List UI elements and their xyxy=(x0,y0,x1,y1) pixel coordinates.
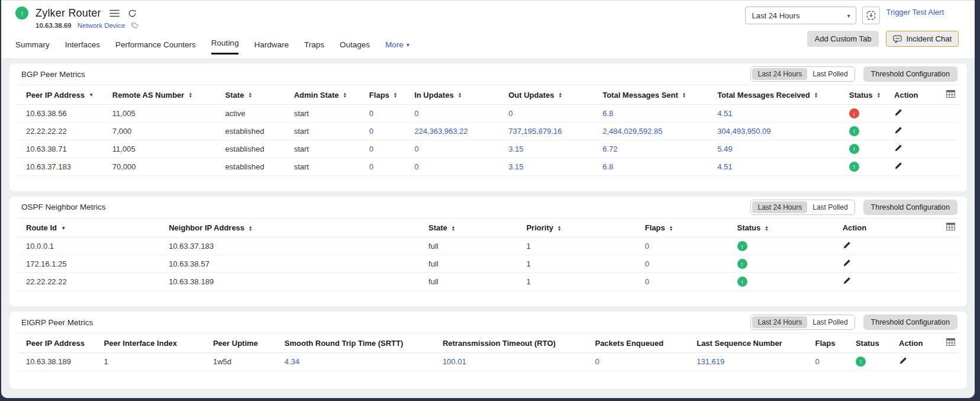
sort-icon[interactable]: ▲▼ xyxy=(188,92,192,98)
snapshot-window-icon-button[interactable] xyxy=(862,7,880,24)
sort-icon[interactable]: ▲▼ xyxy=(558,92,562,98)
sort-icon[interactable]: ▲▼ xyxy=(343,92,347,98)
metric-value-link[interactable]: 0 xyxy=(414,109,418,118)
column-header-peer-ip-address[interactable]: Peer IP Address▼ xyxy=(18,85,110,104)
edit-icon[interactable] xyxy=(894,144,902,152)
metric-value-link[interactable]: 0 xyxy=(595,357,599,366)
metric-value-link[interactable]: 0 xyxy=(369,109,373,118)
column-header-status[interactable]: Status▲▼ xyxy=(847,85,892,104)
metric-value-link[interactable]: 6.8 xyxy=(602,109,613,118)
incident-chat-button[interactable]: Incident Chat xyxy=(886,31,959,47)
sort-icon[interactable]: ▲▼ xyxy=(557,225,561,231)
threshold-configuration-button[interactable]: Threshold Configuration xyxy=(863,200,958,215)
metric-value-link[interactable]: 0 xyxy=(414,162,418,171)
tab-outages[interactable]: Outages xyxy=(340,40,370,54)
sort-icon[interactable]: ▲▼ xyxy=(682,92,686,98)
metric-value-link[interactable]: 4.34 xyxy=(285,357,299,366)
column-header-remote-as-number[interactable]: Remote AS Number▲▼ xyxy=(110,85,223,104)
sort-icon[interactable]: ▲▼ xyxy=(765,225,768,231)
sort-filter-caret-icon[interactable]: ▼ xyxy=(89,92,94,98)
toggle-last-24-hours[interactable]: Last 24 Hours xyxy=(752,316,807,328)
trigger-test-alert-link[interactable]: Trigger Test Alert xyxy=(886,8,944,17)
column-header-state[interactable]: State▲▼ xyxy=(426,219,524,238)
metric-value-link[interactable]: 224,363,963.22 xyxy=(414,127,468,136)
sort-icon[interactable]: ▲▼ xyxy=(394,92,397,98)
column-header-priority[interactable]: Priority▲▼ xyxy=(524,219,642,238)
sort-icon[interactable]: ▲▼ xyxy=(452,225,455,231)
threshold-configuration-button[interactable]: Threshold Configuration xyxy=(863,66,958,82)
metric-value-link[interactable]: 0 xyxy=(369,127,373,136)
column-header-state[interactable]: State▲▼ xyxy=(223,85,292,104)
metric-value-link[interactable]: 737,195,879.16 xyxy=(508,127,562,136)
tab-interfaces[interactable]: Interfaces xyxy=(65,40,100,54)
metric-value-link[interactable]: 0 xyxy=(815,357,820,366)
column-header-admin-state[interactable]: Admin State▲▼ xyxy=(292,85,367,104)
edit-icon[interactable] xyxy=(899,357,907,365)
tab-traps[interactable]: Traps xyxy=(304,40,324,54)
sort-filter-caret-icon[interactable]: ▼ xyxy=(61,225,66,231)
metric-value-link[interactable]: 4.51 xyxy=(717,109,732,118)
time-range-select[interactable]: Last 24 Hours ▾ xyxy=(745,7,856,24)
metric-value-link[interactable]: 3.15 xyxy=(508,145,523,153)
toggle-last-24-hours[interactable]: Last 24 Hours xyxy=(752,68,807,80)
sort-icon[interactable]: ▲▼ xyxy=(248,92,252,98)
tab-performance-counters[interactable]: Performance Counters xyxy=(115,40,196,54)
metric-value-link[interactable]: 0 xyxy=(645,277,649,286)
edit-icon[interactable] xyxy=(894,162,902,170)
metric-value-link[interactable]: 0 xyxy=(369,145,373,153)
edit-icon[interactable] xyxy=(894,126,902,134)
routing-tab-content: BGP Peer Metrics Last 24 Hours Last Poll… xyxy=(1,58,975,398)
sort-icon[interactable]: ▲▼ xyxy=(458,92,462,98)
metric-value-link[interactable]: 0 xyxy=(369,162,373,171)
metric-value-link[interactable]: 0 xyxy=(645,242,649,251)
device-type-link[interactable]: Network Device xyxy=(78,22,125,29)
metric-value-link[interactable]: 0 xyxy=(508,109,512,118)
tab-routing[interactable]: Routing xyxy=(211,39,239,54)
menu-hamburger-icon[interactable] xyxy=(109,9,120,17)
tab-summary[interactable]: Summary xyxy=(15,40,50,54)
metric-value-link[interactable]: 5.49 xyxy=(717,145,732,153)
column-header-flaps[interactable]: Flaps▲▼ xyxy=(643,219,735,238)
toggle-last-polled[interactable]: Last Polled xyxy=(807,316,853,328)
column-header-in-updates[interactable]: In Updates▲▼ xyxy=(412,85,506,104)
metric-value-link[interactable]: 6.72 xyxy=(602,145,617,153)
edit-icon[interactable] xyxy=(843,259,851,267)
add-custom-tab-button[interactable]: Add Custom Tab xyxy=(807,31,879,47)
threshold-configuration-button[interactable]: Threshold Configuration xyxy=(863,315,958,330)
column-header-route-id[interactable]: Route Id▼ xyxy=(18,219,166,238)
column-chooser-grid-icon[interactable] xyxy=(946,338,955,346)
table-row: 10.63.38.7111,005establishedstart003.156… xyxy=(18,140,959,158)
metric-value-link[interactable]: 4.51 xyxy=(717,162,732,171)
metric-value-link[interactable]: 0 xyxy=(645,259,649,268)
section-title: EIGRP Peer Metrics xyxy=(21,318,93,327)
metric-value-link[interactable]: 2,484,029,592.85 xyxy=(602,127,662,136)
sort-icon[interactable]: ▲▼ xyxy=(814,92,818,98)
column-header-status[interactable]: Status▲▼ xyxy=(735,219,840,238)
refresh-icon[interactable] xyxy=(128,9,137,18)
column-chooser-grid-icon[interactable] xyxy=(946,90,955,98)
column-header-out-updates[interactable]: Out Updates▲▼ xyxy=(506,85,600,104)
edit-icon[interactable] xyxy=(843,277,851,285)
sort-icon[interactable]: ▲▼ xyxy=(876,92,880,98)
metric-value-link[interactable]: 3.15 xyxy=(508,162,523,171)
metric-value-link[interactable]: 304,493,950.09 xyxy=(717,127,771,136)
toggle-last-polled[interactable]: Last Polled xyxy=(807,201,853,213)
tag-icon[interactable] xyxy=(131,21,139,30)
column-header-neighbor-ip-address[interactable]: Neighbor IP Address▲▼ xyxy=(166,219,426,238)
sort-icon[interactable]: ▲▼ xyxy=(669,225,673,231)
metric-value-link[interactable]: 100.01 xyxy=(443,357,466,366)
column-header-total-messages-received[interactable]: Total Messages Received▲▼ xyxy=(715,85,847,104)
metric-value-link[interactable]: 131,619 xyxy=(697,357,724,366)
edit-icon[interactable] xyxy=(894,108,902,117)
edit-icon[interactable] xyxy=(843,241,851,249)
toggle-last-24-hours[interactable]: Last 24 Hours xyxy=(752,201,807,213)
toggle-last-polled[interactable]: Last Polled xyxy=(807,68,853,80)
metric-value-link[interactable]: 6.8 xyxy=(602,162,613,171)
tab-more[interactable]: More ▾ xyxy=(385,40,410,54)
sort-icon[interactable]: ▲▼ xyxy=(249,225,252,231)
column-header-flaps[interactable]: Flaps▲▼ xyxy=(367,85,412,104)
column-header-total-messages-sent[interactable]: Total Messages Sent▲▼ xyxy=(600,85,715,104)
tab-hardware[interactable]: Hardware xyxy=(254,40,289,54)
column-chooser-grid-icon[interactable] xyxy=(946,223,955,230)
metric-value-link[interactable]: 0 xyxy=(414,145,418,153)
